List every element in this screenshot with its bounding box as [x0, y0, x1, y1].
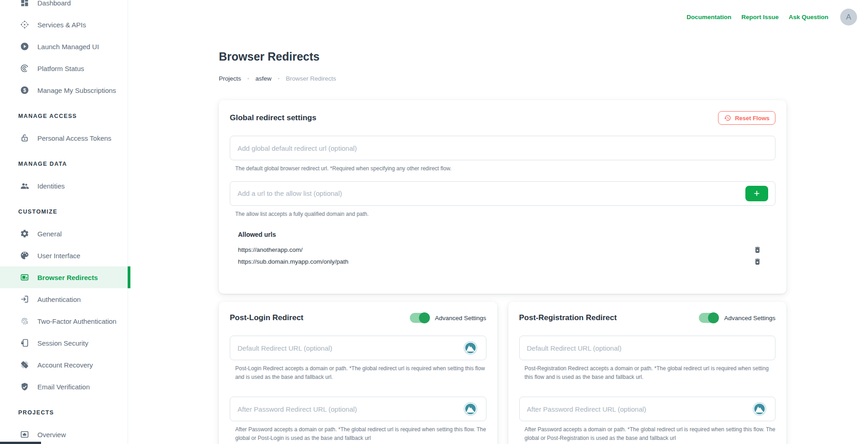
- sidebar-item-launch-managed-ui[interactable]: Launch Managed UI: [0, 36, 128, 57]
- sidebar-item-label: Session Security: [37, 339, 88, 347]
- sidebar-item-session-security[interactable]: Session Security: [0, 332, 128, 354]
- sidebar-item-general[interactable]: General: [0, 223, 128, 245]
- sidebar-item-label: Email Verification: [37, 383, 90, 391]
- delete-url-button[interactable]: [754, 245, 762, 254]
- history-icon: [724, 114, 731, 122]
- cloud-image-icon: [20, 429, 30, 439]
- post-login-redirect-card: Post-Login Redirect Advanced Settings Po…: [219, 302, 497, 444]
- report-issue-link[interactable]: Report Issue: [741, 14, 779, 20]
- sidebar-item-label: General: [37, 230, 62, 238]
- allowed-url-text: https://anotherapp.com/: [238, 246, 303, 253]
- documentation-link[interactable]: Documentation: [687, 14, 731, 20]
- dashboard-icon: [20, 0, 30, 8]
- post-registration-after-password-input[interactable]: [519, 397, 776, 421]
- advanced-settings-toggle[interactable]: [699, 313, 718, 323]
- allowed-url-row: https://anotherapp.com/: [230, 244, 775, 255]
- post-login-default-helper: Post-Login Redirect accepts a domain or …: [230, 364, 486, 381]
- password-manager-extension-icon[interactable]: [464, 402, 477, 416]
- sidebar-item-label: Services & APIs: [37, 21, 86, 29]
- post-registration-card-title: Post-Registration Redirect: [519, 313, 617, 322]
- move-arrows-icon: [20, 20, 30, 30]
- bandage-icon: [20, 360, 30, 370]
- avatar[interactable]: A: [840, 9, 857, 26]
- sidebar-nav: Dashboard Services & APIs Launch Managed…: [0, 0, 128, 444]
- post-login-default-redirect-input[interactable]: [230, 336, 486, 360]
- reset-flows-button[interactable]: Reset Flows: [718, 111, 775, 125]
- sidebar-item-identities[interactable]: Identities: [0, 175, 128, 197]
- browser-window-icon: [20, 272, 30, 282]
- sidebar-item-label: Platform Status: [37, 65, 84, 72]
- horizontal-scrollbar-thumb[interactable]: [0, 442, 41, 444]
- post-registration-after-password-helper: After Password accepts a domain or path.…: [519, 425, 776, 442]
- toggle-knob: [419, 312, 430, 323]
- post-registration-default-helper: Post-Registration Redirect accepts a dom…: [519, 364, 776, 381]
- sidebar-item-label: Overview: [37, 431, 66, 439]
- sidebar-section-projects: PROJECTS: [0, 402, 128, 424]
- sidebar-section-manage-data: MANAGE DATA: [0, 153, 128, 175]
- sidebar-item-label: Manage My Subscriptions: [37, 87, 116, 94]
- ask-question-link[interactable]: Ask Question: [789, 14, 828, 20]
- play-circle-icon: [20, 41, 30, 51]
- post-login-after-password-helper: After Password accepts a domain or path.…: [230, 425, 486, 442]
- flow-cards-row: Post-Login Redirect Advanced Settings Po…: [219, 302, 786, 444]
- allowed-urls-title: Allowed urls: [230, 231, 775, 238]
- sidebar-item-browser-redirects[interactable]: Browser Redirects: [0, 266, 128, 288]
- sidebar-item-label: Browser Redirects: [37, 274, 98, 281]
- sidebar-item-dashboard[interactable]: Dashboard: [0, 0, 128, 14]
- plus-icon: +: [754, 189, 760, 199]
- sidebar-item-personal-access-tokens[interactable]: Personal Access Tokens: [0, 127, 128, 149]
- sidebar-item-two-factor[interactable]: Two-Factor Authentication: [0, 310, 128, 332]
- advanced-settings-label: Advanced Settings: [435, 315, 486, 322]
- sidebar-item-email-verification[interactable]: Email Verification: [0, 376, 128, 398]
- breadcrumb-projects[interactable]: Projects: [219, 75, 241, 82]
- advanced-settings-toggle[interactable]: [410, 313, 429, 323]
- sidebar-item-label: Launch Managed UI: [37, 43, 99, 51]
- global-redirect-settings-card: Global redirect settings Reset Flows The…: [219, 100, 786, 294]
- breadcrumb: Projects • asfew • Browser Redirects: [219, 75, 786, 82]
- sidebar-item-label: Dashboard: [37, 0, 71, 7]
- page-content: Browser Redirects Projects • asfew • Bro…: [219, 0, 786, 444]
- broadcast-icon: [20, 63, 30, 73]
- add-url-button[interactable]: +: [745, 186, 768, 201]
- sidebar-item-label: Account Recovery: [37, 361, 93, 369]
- sidebar-item-label: Identities: [37, 182, 65, 190]
- reset-flows-label: Reset Flows: [735, 115, 770, 122]
- gear-icon: [20, 229, 30, 239]
- sidebar-item-services-apis[interactable]: Services & APIs: [0, 14, 128, 36]
- top-links: Documentation Report Issue Ask Question …: [687, 9, 857, 26]
- login-icon: [20, 294, 30, 304]
- allowed-url-row: https://sub.domain.myapp.com/only/path: [230, 255, 775, 267]
- sidebar-item-manage-subscriptions[interactable]: $ Manage My Subscriptions: [0, 79, 128, 101]
- post-registration-default-redirect-input[interactable]: [519, 336, 776, 360]
- global-default-url-helper: The default global browser redirect url.…: [230, 164, 775, 173]
- breadcrumb-separator: •: [278, 76, 280, 81]
- sidebar-item-label: Authentication: [37, 296, 81, 303]
- allowed-url-text: https://sub.domain.myapp.com/only/path: [238, 258, 348, 265]
- sidebar-item-platform-status[interactable]: Platform Status: [0, 57, 128, 79]
- sidebar-item-label: User Interface: [37, 252, 80, 260]
- palette-icon: [20, 250, 30, 260]
- sidebar-item-user-interface[interactable]: User Interface: [0, 245, 128, 266]
- sidebar-section-customize: CUSTOMIZE: [0, 201, 128, 223]
- breadcrumb-separator: •: [248, 76, 249, 81]
- global-card-title: Global redirect settings: [230, 113, 316, 122]
- advanced-settings-label: Advanced Settings: [724, 315, 775, 322]
- breadcrumb-project-name[interactable]: asfew: [255, 75, 271, 82]
- breadcrumb-current-page: Browser Redirects: [286, 75, 336, 82]
- post-login-card-title: Post-Login Redirect: [230, 313, 304, 322]
- sidebar-item-overview[interactable]: Overview: [0, 424, 128, 444]
- fingerprint-icon: [20, 316, 30, 326]
- toggle-knob: [708, 312, 719, 323]
- sidebar-item-authentication[interactable]: Authentication: [0, 288, 128, 310]
- lock-icon: [20, 133, 30, 143]
- global-default-redirect-url-input[interactable]: [230, 136, 775, 160]
- post-login-after-password-input[interactable]: [230, 397, 486, 421]
- people-icon: [20, 181, 30, 191]
- sidebar-item-account-recovery[interactable]: Account Recovery: [0, 354, 128, 376]
- sidebar-item-label: Personal Access Tokens: [37, 134, 111, 142]
- password-manager-extension-icon[interactable]: [464, 341, 477, 355]
- password-manager-extension-icon[interactable]: [753, 402, 766, 416]
- delete-url-button[interactable]: [754, 257, 762, 266]
- main-area: Documentation Report Issue Ask Question …: [128, 0, 868, 444]
- allow-list-url-input[interactable]: [230, 181, 775, 206]
